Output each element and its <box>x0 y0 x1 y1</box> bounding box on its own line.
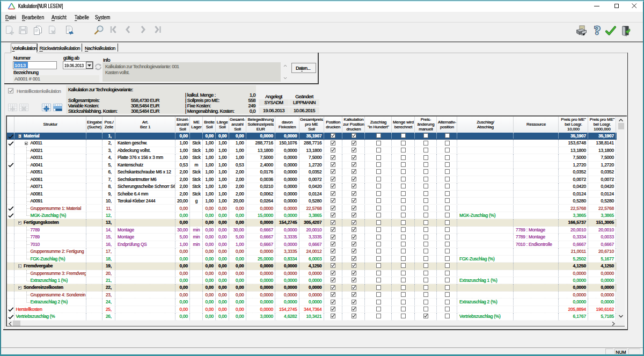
svg-text:?: ? <box>594 25 601 37</box>
